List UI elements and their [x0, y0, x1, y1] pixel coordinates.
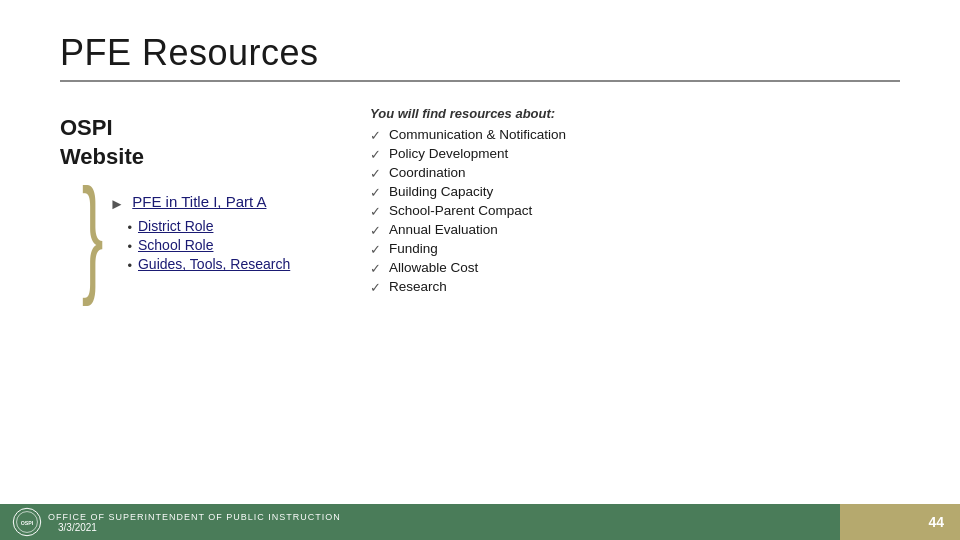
bottom-gold-bar: 44 [840, 504, 960, 540]
resources-checklist: ✓ Communication & Notification ✓ Policy … [370, 127, 900, 295]
right-column: You will find resources about: ✓ Communi… [350, 106, 900, 298]
list-item: ✓ Annual Evaluation [370, 222, 900, 238]
checkmark-icon: ✓ [370, 280, 381, 295]
checkmark-icon: ✓ [370, 223, 381, 238]
list-item: ✓ Communication & Notification [370, 127, 900, 143]
brace-section: } ► PFE in Title I, Part A • District Ro [60, 181, 320, 288]
footer-office-text: OFFICE OF SUPERINTENDENT OF PUBLIC INSTR… [48, 512, 341, 522]
arrow-icon: ► [109, 195, 124, 212]
check-text-funding: Funding [389, 241, 438, 256]
ospi-logo: OSPI [12, 507, 42, 537]
main-bullet-item: ► PFE in Title I, Part A [109, 193, 290, 212]
checkmark-icon: ✓ [370, 185, 381, 200]
list-item: ✓ School-Parent Compact [370, 203, 900, 219]
bullet-dot-icon: • [127, 258, 132, 273]
main-bullet-text[interactable]: PFE in Title I, Part A [132, 193, 266, 210]
sub-bullet-text-school[interactable]: School Role [138, 237, 214, 253]
page-title: PFE Resources [60, 32, 900, 74]
content-area: OSPI Website } ► PFE in Title I, Part A [0, 82, 960, 298]
bullet-dot-icon: • [127, 239, 132, 254]
brace-icon: } [82, 181, 104, 288]
check-text-research: Research [389, 279, 447, 294]
checkmark-icon: ✓ [370, 147, 381, 162]
sub-bullet-guides: • Guides, Tools, Research [127, 256, 290, 273]
list-item: ✓ Research [370, 279, 900, 295]
sub-bullet-text-district[interactable]: District Role [138, 218, 213, 234]
sub-bullet-school: • School Role [127, 237, 290, 254]
list-item: ✓ Allowable Cost [370, 260, 900, 276]
svg-text:OSPI: OSPI [21, 520, 34, 526]
list-item: ✓ Funding [370, 241, 900, 257]
sub-bullet-district: • District Role [127, 218, 290, 235]
main-bullets: ► PFE in Title I, Part A [109, 193, 290, 216]
check-text-coordination: Coordination [389, 165, 466, 180]
bottom-green-bar: OSPI OFFICE OF SUPERINTENDENT OF PUBLIC … [0, 504, 840, 540]
checkmark-icon: ✓ [370, 261, 381, 276]
check-text-compact: School-Parent Compact [389, 203, 532, 218]
left-column: OSPI Website } ► PFE in Title I, Part A [60, 106, 320, 298]
checkmark-icon: ✓ [370, 204, 381, 219]
title-area: PFE Resources [0, 0, 960, 82]
checkmark-icon: ✓ [370, 128, 381, 143]
sub-bullets-list: • District Role • School Role • Guides, … [109, 218, 290, 275]
check-text-communication: Communication & Notification [389, 127, 566, 142]
page-number: 44 [928, 514, 944, 530]
bottom-bar: OSPI OFFICE OF SUPERINTENDENT OF PUBLIC … [0, 504, 960, 540]
check-text-allowable: Allowable Cost [389, 260, 478, 275]
slide: PFE Resources OSPI Website } ► PFE in Ti… [0, 0, 960, 540]
checkmark-icon: ✓ [370, 242, 381, 257]
bullet-dot-icon: • [127, 220, 132, 235]
check-text-building: Building Capacity [389, 184, 493, 199]
sub-bullet-text-guides[interactable]: Guides, Tools, Research [138, 256, 290, 272]
list-item: ✓ Coordination [370, 165, 900, 181]
list-item: ✓ Policy Development [370, 146, 900, 162]
list-item: ✓ Building Capacity [370, 184, 900, 200]
check-text-policy: Policy Development [389, 146, 508, 161]
checkmark-icon: ✓ [370, 166, 381, 181]
resources-heading: You will find resources about: [370, 106, 900, 121]
check-text-annual: Annual Evaluation [389, 222, 498, 237]
footer-date: 3/3/2021 [58, 522, 341, 533]
